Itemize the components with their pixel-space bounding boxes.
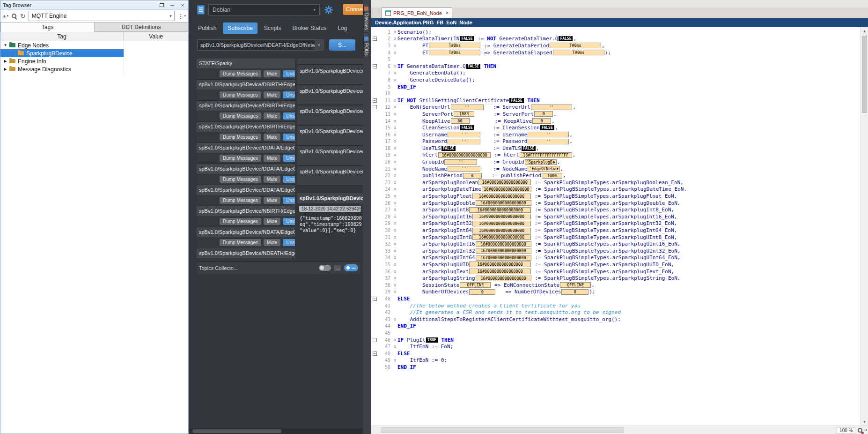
value-box[interactable]: 16#0000000000000000	[476, 248, 531, 254]
value-box[interactable]: 16#0000000000000000	[469, 269, 531, 274]
value-box[interactable]: T#0ms	[429, 50, 480, 55]
tree-item-engine-info[interactable]: ▶Engine Info	[0, 57, 188, 65]
fold-toggle[interactable]: −	[371, 338, 378, 342]
expand-icon[interactable]: ▶	[2, 67, 8, 71]
mute-button[interactable]: Mute	[264, 176, 280, 183]
window-minimize-button[interactable]: ─	[169, 2, 176, 8]
value-box[interactable]: 16#0000000000000000	[472, 228, 531, 233]
bool-value-box[interactable]: TRUE	[426, 337, 438, 343]
column-header-value[interactable]: Value	[124, 32, 188, 41]
value-box[interactable]: ''	[528, 132, 569, 137]
value-box[interactable]: 16#FFFFFFFFFFFFFFFF	[520, 152, 572, 158]
editor-tab-prg-fb-eon-node[interactable]: PRG_FB_EoN_Node ×	[382, 7, 452, 18]
value-box[interactable]: 16#0000000000000000	[472, 234, 531, 240]
value-box[interactable]: 16#0000000000000000	[469, 207, 531, 213]
subscription-topic-label[interactable]: spBv1.0/SparkplugBDevice/DBIRTH/EdgeOfNe…	[197, 80, 295, 90]
vertical-scrollbar[interactable]: ▲ ▼	[861, 27, 868, 426]
value-box[interactable]: 0	[534, 111, 553, 117]
bool-value-box[interactable]: FALSE	[559, 36, 573, 41]
tab-close-icon[interactable]: ×	[446, 10, 449, 15]
scrollbar-thumb[interactable]	[192, 429, 281, 433]
unsubscribe-button[interactable]: Uns	[283, 176, 295, 183]
scroll-up-arrow[interactable]: ▲	[861, 27, 868, 35]
search-button[interactable]	[11, 13, 17, 19]
tag-provider-select[interactable]: MQTT Engine ▾	[29, 11, 175, 21]
dump-messages-button[interactable]: Dump Messages	[220, 134, 261, 141]
scrollbar-thumb[interactable]	[862, 36, 867, 113]
subscription-topic-label[interactable]: spBv1.0/SparkplugBDevice/DDATA/EdgeOfNet…	[197, 143, 295, 153]
options-menu-button[interactable]: ⋮ ▾	[177, 13, 186, 20]
mute-button[interactable]: Mute	[264, 239, 280, 246]
expand-icon[interactable]: ▶	[2, 59, 8, 63]
unsubscribe-button[interactable]: Uns	[283, 112, 295, 120]
value-box[interactable]: 16#0000000000000000	[476, 200, 531, 206]
value-box[interactable]: 16#0000000000000000	[472, 194, 531, 199]
tree-item-message-diagnostics[interactable]: ▶Message Diagnostics	[0, 65, 188, 73]
mute-button[interactable]: Mute	[264, 197, 280, 204]
subscription-topic-label[interactable]: STATE/Sparky	[197, 59, 295, 68]
tree-item-edge-nodes[interactable]: ▼Edge Nodes	[0, 41, 188, 49]
dump-messages-button[interactable]: Dump Messages	[220, 218, 261, 225]
tab-subscribe[interactable]: Subscribe	[223, 22, 257, 34]
window-close-button[interactable]: ×	[179, 2, 186, 8]
mute-button[interactable]: Mute	[264, 112, 280, 120]
value-box[interactable]: 16#0000000000000000	[472, 214, 531, 219]
value-box[interactable]: OFFLINE	[560, 282, 591, 288]
scroll-down-arrow[interactable]: ▼	[861, 418, 868, 426]
value-box[interactable]: 0	[469, 289, 495, 295]
message-item[interactable]: spBv1.0/SparkplugBDevice/DDAT	[297, 126, 363, 146]
message-item[interactable]	[297, 59, 363, 65]
topic-input[interactable]: spBv1.0/SparkplugBDevice/NDEATH/EdgeOfNe…	[197, 39, 315, 51]
unsubscribe-button[interactable]: Uns	[283, 218, 295, 225]
value-box[interactable]: 16#0000000000000000	[476, 241, 531, 247]
value-box[interactable]: ''	[451, 105, 484, 110]
horizontal-scrollbar-thumb[interactable]	[381, 427, 624, 433]
collector-toggle[interactable]	[319, 265, 331, 271]
unsubscribe-button[interactable]: Uns	[283, 70, 295, 77]
fold-toggle[interactable]: −	[371, 37, 378, 41]
collector-settings-button[interactable]	[344, 264, 358, 271]
value-box[interactable]: 1883	[454, 111, 474, 117]
subscription-topic-label[interactable]: spBv1.0/SparkplugBDevice/NBIRTH/EdgeOfNe…	[197, 206, 295, 216]
value-box[interactable]: 16#0000000000000000	[438, 152, 491, 158]
subscription-topic-label[interactable]: spBv1.0/SparkplugBDevice/DDATA/EdgeOfNet…	[197, 185, 295, 195]
tab-log[interactable]: Log	[333, 22, 352, 34]
tab-broker-status[interactable]: Broker Status	[287, 22, 331, 34]
subscription-topic-label[interactable]: spBv1.0/SparkplugBDevice/DBIRTH/EdgeOfNe…	[197, 122, 295, 132]
dump-messages-button[interactable]: Dump Messages	[220, 176, 261, 183]
value-box[interactable]: ''	[528, 139, 569, 144]
message-item[interactable]: spBv1.0/SparkplugBDevice/DDAT	[297, 105, 363, 126]
code-area[interactable]: 1Scenario();−2GenerateDataTimer(INFALSE …	[371, 27, 861, 426]
dump-messages-button[interactable]: Dump Messages	[220, 112, 261, 120]
column-header-tag[interactable]: Tag	[0, 32, 124, 41]
value-box[interactable]: 16#0000000000000000	[472, 221, 531, 226]
mute-button[interactable]: Mute	[264, 91, 280, 98]
unsubscribe-button[interactable]: Uns	[283, 197, 295, 204]
value-box[interactable]: ''	[531, 105, 572, 110]
value-box[interactable]: 'EdgeOfNetw	[528, 166, 559, 172]
value-box[interactable]: 16#0000000000000000	[476, 255, 531, 261]
refresh-button[interactable]: ↻	[20, 13, 26, 19]
fold-toggle[interactable]: −	[371, 98, 378, 103]
dump-messages-button[interactable]: Dump Messages	[220, 70, 261, 77]
zoom-dropdown-icon[interactable]: ▾	[865, 428, 867, 432]
tree-item-sparkplugbdevice[interactable]: SparkplugBDevice	[0, 49, 124, 57]
tab-publish[interactable]: Publish	[193, 22, 221, 34]
tag-browser-titlebar[interactable]: Tag Browser ─ ×	[0, 0, 188, 10]
value-box[interactable]: 1000	[542, 173, 562, 179]
value-box[interactable]: ''	[448, 139, 480, 144]
value-box[interactable]: OFFLINE	[460, 282, 491, 288]
mute-button[interactable]: Mute	[264, 218, 280, 225]
subscribe-button[interactable]: S...	[329, 39, 355, 51]
unsubscribe-button[interactable]: Uns	[283, 239, 295, 246]
value-box[interactable]: 0	[463, 173, 482, 179]
bool-value-box[interactable]: FALSE	[540, 125, 554, 130]
message-item[interactable]: spBv1.0/SparkplugBDevice/NDEA	[297, 166, 363, 186]
mute-button[interactable]: Mute	[264, 70, 280, 77]
dump-messages-button[interactable]: Dump Messages	[220, 239, 261, 246]
message-item[interactable]: spBv1.0/SparkplugBDevice/DDAT	[297, 65, 363, 85]
value-box[interactable]: 16#0000000000000000	[476, 276, 531, 281]
bool-value-box[interactable]: FALSE	[460, 125, 474, 130]
fold-toggle[interactable]: −	[371, 105, 378, 109]
dump-messages-button[interactable]: Dump Messages	[220, 91, 261, 98]
